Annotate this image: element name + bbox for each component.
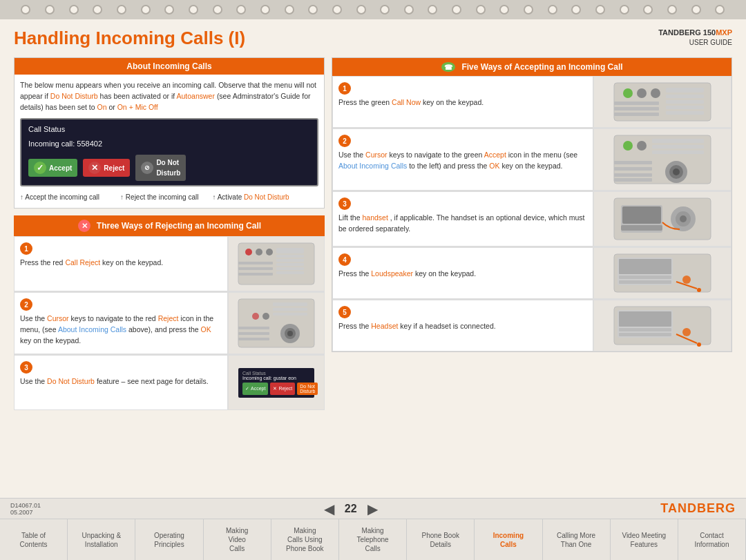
nav-incoming-calls[interactable]: IncomingCalls	[475, 519, 542, 560]
accept-call-text: Accept the incoming call	[25, 193, 99, 201]
left-column: About Incoming Calls The below menu appe…	[14, 57, 325, 410]
spiral-hole	[332, 5, 342, 15]
nav-calls-phone-book[interactable]: MakingCalls UsingPhone Book	[271, 519, 339, 560]
svg-rect-26	[238, 338, 269, 340]
svg-point-30	[623, 88, 633, 98]
ok-link-reject: OK	[201, 325, 211, 334]
spiral-binding	[0, 0, 746, 19]
mini-dnd-btn: Do Not Disturb	[297, 383, 318, 395]
accept-step-2-desc: Use the Cursor keys to navigate to the g…	[338, 150, 587, 172]
nav-phone-book-details[interactable]: Phone BookDetails	[407, 519, 475, 560]
nav-operating[interactable]: OperatingPrinciples	[135, 519, 203, 560]
three-ways-section: ✕ Three Ways of Rejecting an Incoming Ca…	[14, 215, 325, 410]
reject-call-label: ↑ Reject the incoming call	[120, 192, 198, 202]
svg-rect-51	[614, 167, 652, 171]
about-incoming-calls-content: The below menu appears when you receive …	[15, 75, 324, 208]
keypad-accept-1-svg	[607, 79, 718, 124]
spiral-hole	[21, 5, 30, 15]
nav-table-of-contents[interactable]: Table ofContents	[0, 519, 68, 560]
about-paragraph: The below menu appears when you receive …	[20, 80, 318, 113]
footer-brand: TANDBERG	[660, 501, 736, 516]
accept-way-4-text: 4 Press the Loudspeaker key on the keypa…	[332, 247, 593, 299]
accept-step-3-desc: Lift the handset , if applicable. The ha…	[338, 213, 587, 235]
nav-calling-more[interactable]: Calling MoreThan One	[543, 519, 611, 560]
svg-rect-11	[276, 271, 304, 274]
reject-button[interactable]: ✕ Reject	[83, 159, 130, 177]
accept-step-5-num: 5	[338, 306, 351, 318]
svg-rect-18	[273, 302, 307, 306]
call-now-link: Call Now	[392, 98, 421, 106]
brand-mxp: MXP	[716, 28, 732, 37]
accept-way-1-text: 1 Press the green Call Now key on the ke…	[332, 76, 593, 128]
accept-way-3: 3 Lift the handset , if applicable. The …	[332, 191, 731, 247]
svg-text:☎: ☎	[444, 64, 453, 71]
accept-button[interactable]: ✓ Accept	[28, 159, 77, 177]
page-header: Handling Incoming Calls (I) TANDBERG 150…	[14, 28, 732, 49]
on-link: On	[97, 103, 107, 111]
spiral-hole	[45, 5, 55, 15]
next-arrow-icon[interactable]: ▶	[367, 501, 378, 517]
reject-way-1-image	[228, 236, 325, 291]
spiral-hole	[499, 5, 509, 15]
on-mic-link: On + Mic Off	[117, 103, 158, 111]
reject-way-1-text: 1 Press the red Call Reject key on the k…	[14, 236, 228, 291]
spiral-hole	[356, 5, 366, 15]
nav-unpacking[interactable]: Unpacking &Installation	[68, 519, 135, 560]
svg-rect-70	[619, 311, 671, 327]
accept-call-label: ↑ Accept the incoming call	[20, 192, 99, 202]
svg-point-49	[673, 168, 680, 175]
dnd-button[interactable]: ⊘ Do NotDisturb	[135, 155, 186, 181]
ok-link-accept: OK	[489, 162, 499, 170]
svg-rect-71	[619, 328, 671, 331]
svg-point-23	[287, 331, 293, 336]
accept-step-5-desc: Press the Headset key if a headset is co…	[338, 321, 587, 332]
mini-reject-btn: ✕ Reject	[270, 383, 295, 395]
doc-date: 05.2007	[10, 509, 41, 516]
nav-video-meeting[interactable]: Video MeetingFeatures	[611, 519, 678, 560]
nav-video-calls[interactable]: MakingVideoCalls	[204, 519, 271, 560]
svg-rect-36	[666, 106, 704, 109]
nav-telephone-calls[interactable]: MakingTelephoneCalls	[339, 519, 407, 560]
svg-rect-14	[238, 273, 273, 276]
accept-step-4-num: 4	[338, 253, 351, 266]
svg-point-17	[262, 313, 269, 320]
svg-point-74	[682, 328, 691, 336]
svg-rect-72	[619, 333, 671, 336]
reject-step-2-desc: Use the Cursor keys to navigate to the r…	[20, 313, 222, 346]
navigation-bar: Table ofContents Unpacking &Installation…	[0, 519, 746, 560]
nav-contact-info[interactable]: ContactInformation	[678, 519, 746, 560]
svg-point-66	[697, 288, 701, 292]
svg-rect-19	[273, 308, 307, 311]
accept-way-3-image	[593, 191, 731, 247]
arrow-labels: ↑ Accept the incoming call ↑ Reject the …	[20, 192, 318, 202]
loudspeaker-svg	[607, 251, 718, 296]
five-ways-header: ☎ Five Ways of Accepting an Incoming Cal…	[332, 58, 731, 76]
svg-rect-46	[652, 151, 704, 154]
spiral-hole	[452, 5, 461, 15]
accept-step-2-num: 2	[338, 135, 351, 147]
about-incoming-link: About Incoming Calls	[58, 325, 126, 334]
accept-way-3-text: 3 Lift the handset , if applicable. The …	[332, 191, 593, 247]
svg-rect-13	[238, 267, 273, 270]
svg-rect-25	[238, 332, 269, 335]
handset-svg	[607, 195, 718, 243]
svg-rect-56	[622, 206, 661, 224]
accept-way-2-text: 2 Use the Cursor keys to navigate to the…	[332, 128, 593, 191]
spiral-hole	[620, 5, 629, 15]
cursor-link-reject: Cursor	[47, 314, 69, 322]
page-brand: TANDBERG 150MXP USER GUIDE	[658, 28, 732, 48]
five-ways-section: ☎ Five Ways of Accepting an Incoming Cal…	[332, 57, 732, 352]
svg-text:✕: ✕	[81, 222, 87, 230]
step-1-num: 1	[20, 242, 32, 255]
device-nav-accept-svg	[607, 132, 718, 187]
svg-point-16	[252, 313, 259, 320]
accept-step-1-desc: Press the green Call Now key on the keyp…	[338, 97, 587, 108]
prev-arrow-icon[interactable]: ◀	[324, 501, 334, 517]
accept-way-1: 1 Press the green Call Now key on the ke…	[332, 76, 731, 128]
main-content: Handling Incoming Calls (I) TANDBERG 150…	[0, 19, 746, 416]
svg-rect-20	[273, 313, 307, 316]
spiral-hole	[164, 5, 174, 15]
three-ways-label: Three Ways of Rejecting an Incoming Call	[97, 221, 261, 231]
about-incoming-link-2: About Incoming Calls	[338, 162, 407, 170]
svg-rect-24	[238, 327, 269, 329]
